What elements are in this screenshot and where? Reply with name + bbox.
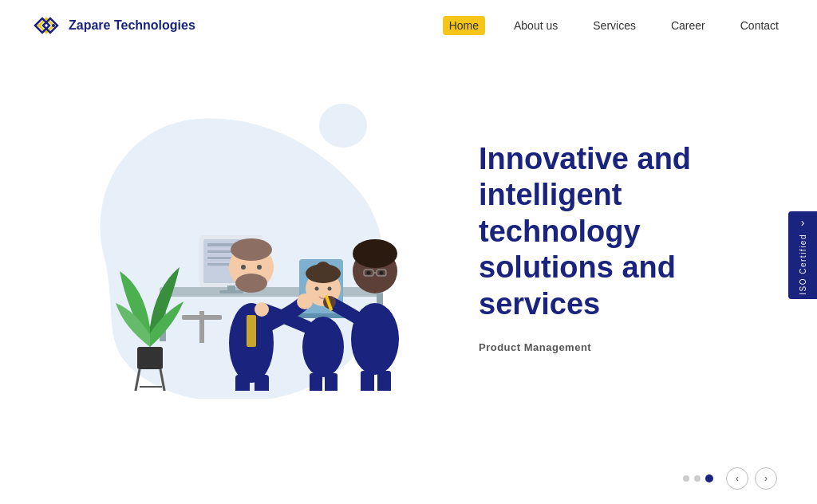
svg-rect-43 [310,373,322,391]
svg-rect-5 [160,287,383,297]
office-scene-illustration [112,112,415,391]
svg-point-30 [257,265,262,270]
iso-certified-badge[interactable]: › ISO Certified [788,211,817,299]
iso-arrow-icon: › [801,216,805,229]
svg-point-27 [235,274,267,293]
svg-point-39 [315,262,331,278]
svg-point-3 [37,24,41,27]
dot-2[interactable] [694,475,701,482]
nav-contact[interactable]: Contact [734,16,785,35]
prev-arrow-button[interactable]: ‹ [726,467,748,490]
hero-text-area: Innovative and intelligent technology so… [431,141,769,370]
svg-rect-44 [325,373,337,391]
svg-rect-32 [235,375,250,391]
svg-point-40 [315,287,319,291]
illustration-area [64,88,431,423]
svg-rect-56 [377,371,391,391]
svg-point-51 [367,271,371,275]
hero-headline: Innovative and intelligent technology so… [479,141,769,323]
slider-dots [683,474,713,482]
header: Zapare Technologies Home About us Servic… [0,0,817,51]
logo-area: Zapare Technologies [32,11,195,40]
svg-point-41 [328,287,332,291]
iso-text: ISO Certified [799,234,807,295]
nav-home[interactable]: Home [443,16,485,35]
svg-rect-11 [219,290,243,293]
svg-rect-55 [361,371,374,391]
bottom-navigation: ‹ › [683,467,777,490]
dot-3-active[interactable] [705,474,713,482]
hero-subtitle: Product Management [479,341,769,353]
svg-point-47 [353,239,397,268]
next-arrow-button[interactable]: › [755,467,777,490]
svg-point-29 [241,265,246,270]
svg-rect-59 [137,347,163,369]
svg-point-42 [255,302,269,317]
nav-services[interactable]: Services [586,16,642,35]
svg-point-4 [52,24,55,27]
nav-about[interactable]: About us [507,16,564,35]
slider-arrows: ‹ › [726,467,777,490]
svg-point-28 [231,238,272,261]
svg-rect-25 [247,315,256,347]
logo-icon [32,11,61,40]
nav-career[interactable]: Career [665,16,712,35]
logo-text: Zapare Technologies [69,18,195,33]
svg-point-52 [380,271,384,275]
dot-1[interactable] [683,475,689,482]
svg-rect-33 [255,375,269,391]
main-nav: Home About us Services Career Contact [443,16,785,35]
main-content: Innovative and intelligent technology so… [0,51,817,459]
svg-rect-20 [199,311,204,343]
svg-line-60 [134,369,140,391]
